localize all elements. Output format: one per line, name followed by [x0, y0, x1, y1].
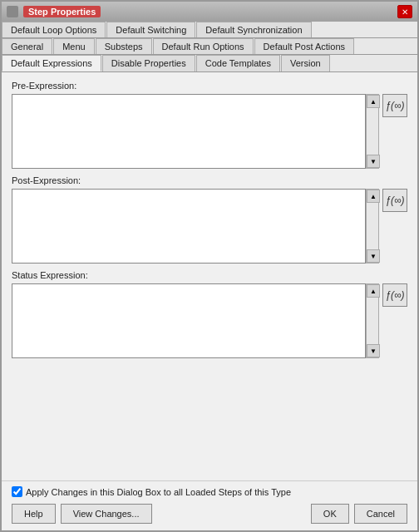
post-expression-input[interactable] [12, 189, 366, 264]
pre-scroll-up[interactable]: ▲ [367, 95, 380, 108]
ok-button[interactable]: OK [311, 504, 349, 524]
help-button[interactable]: Help [12, 504, 56, 524]
post-expression-scrollbar: ▲ ▼ [366, 189, 379, 264]
footer-buttons: Help View Changes... OK Cancel [2, 500, 417, 530]
tab-row-1: Default Loop Options Default Switching D… [2, 22, 417, 38]
status-expression-label: Status Expression: [12, 270, 407, 280]
tab-default-run-options[interactable]: Default Run Options [153, 38, 254, 54]
status-expression-group: Status Expression: ▲ ▼ ƒ(∞) [12, 270, 407, 358]
pre-scroll-track[interactable] [367, 108, 378, 155]
tab-default-expressions[interactable]: Default Expressions [2, 55, 101, 71]
post-scroll-down[interactable]: ▼ [367, 249, 380, 263]
cancel-button[interactable]: Cancel [354, 504, 407, 524]
status-scroll-down[interactable]: ▼ [367, 344, 380, 357]
tab-code-templates[interactable]: Code Templates [196, 55, 280, 71]
view-changes-button[interactable]: View Changes... [61, 504, 152, 524]
post-scroll-track[interactable] [367, 203, 378, 249]
main-dialog: Step Properties ✕ Default Loop Options D… [0, 0, 419, 532]
tab-default-synchronization[interactable]: Default Synchronization [196, 22, 311, 37]
pre-expression-group: Pre-Expression: ▲ ▼ ƒ(∞) [12, 81, 407, 169]
post-expression-fx-button[interactable]: ƒ(∞) [382, 189, 407, 212]
pre-scroll-down[interactable]: ▼ [367, 155, 380, 168]
status-expression-input[interactable] [12, 283, 366, 358]
post-expression-row: ▲ ▼ ƒ(∞) [12, 189, 407, 264]
status-expression-fx-button[interactable]: ƒ(∞) [382, 283, 407, 307]
tab-general[interactable]: General [2, 38, 52, 54]
tab-version[interactable]: Version [281, 55, 330, 71]
content-area: Pre-Expression: ▲ ▼ ƒ(∞) Post-Expression… [2, 72, 417, 480]
tab-row-2: General Menu Substeps Default Run Option… [2, 38, 417, 55]
tab-default-loop-options[interactable]: Default Loop Options [2, 22, 106, 37]
tab-menu[interactable]: Menu [53, 38, 95, 54]
post-scroll-up[interactable]: ▲ [367, 190, 380, 203]
title-bar: Step Properties ✕ [2, 2, 417, 22]
post-expression-label: Post-Expression: [12, 175, 407, 185]
tab-disable-properties[interactable]: Disable Properties [102, 55, 195, 71]
dialog-title: Step Properties [23, 6, 101, 17]
status-expression-row: ▲ ▼ ƒ(∞) [12, 283, 407, 358]
tab-row-3: Default Expressions Disable Properties C… [2, 55, 417, 72]
pre-expression-wrapper: ▲ ▼ [12, 94, 379, 169]
apply-changes-checkbox[interactable] [12, 486, 22, 497]
pre-expression-input[interactable] [12, 94, 366, 169]
footer-checkbox-row: Apply Changes in this Dialog Box to all … [2, 480, 417, 500]
tab-default-post-actions[interactable]: Default Post Actions [254, 38, 354, 54]
post-expression-wrapper: ▲ ▼ [12, 189, 379, 264]
post-expression-group: Post-Expression: ▲ ▼ ƒ(∞) [12, 175, 407, 264]
pre-expression-scrollbar: ▲ ▼ [366, 94, 379, 169]
status-scroll-track[interactable] [367, 298, 378, 344]
tab-substeps[interactable]: Substeps [96, 38, 152, 54]
tab-default-switching[interactable]: Default Switching [106, 22, 195, 37]
status-scroll-up[interactable]: ▲ [367, 284, 380, 298]
pre-expression-row: ▲ ▼ ƒ(∞) [12, 94, 407, 169]
app-icon [7, 6, 18, 17]
apply-changes-label: Apply Changes in this Dialog Box to all … [26, 487, 291, 497]
pre-expression-fx-button[interactable]: ƒ(∞) [382, 94, 407, 117]
pre-expression-label: Pre-Expression: [12, 81, 407, 91]
status-expression-wrapper: ▲ ▼ [12, 283, 379, 358]
status-expression-scrollbar: ▲ ▼ [366, 283, 379, 358]
close-button[interactable]: ✕ [397, 5, 412, 18]
